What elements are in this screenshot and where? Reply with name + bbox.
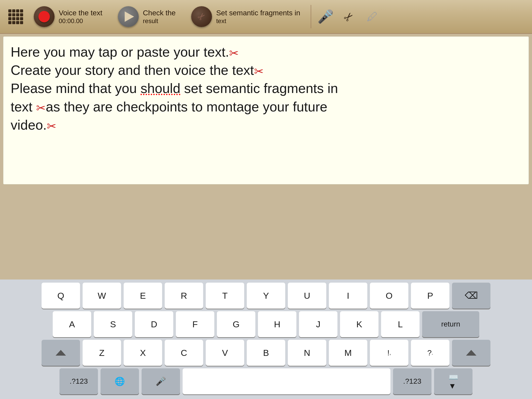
scissors-marker-3: ✂	[36, 101, 46, 114]
check-result-label: Check the result	[143, 9, 176, 25]
key-u[interactable]: U	[288, 283, 326, 309]
text-editor-area[interactable]: Here you may tap or paste your text.✂ Cr…	[3, 36, 529, 184]
shift-right-icon	[466, 350, 476, 356]
keyboard-row-3: Z X C V B N M !, ?.	[2, 340, 530, 366]
toolbar-divider	[311, 5, 311, 28]
key-microphone[interactable]: 🎤	[142, 368, 180, 394]
key-e[interactable]: E	[124, 283, 162, 309]
keyboard-mic-icon: 🎤	[156, 376, 166, 386]
record-icon	[38, 11, 50, 22]
key-return[interactable]: return	[422, 311, 479, 337]
key-p[interactable]: P	[411, 283, 449, 309]
key-f[interactable]: F	[176, 311, 214, 337]
scissors-icon-circle: ✂	[191, 6, 212, 27]
key-numbers-left[interactable]: .?123	[59, 368, 98, 394]
key-shift-left[interactable]	[42, 340, 80, 366]
play-icon-circle	[118, 6, 139, 27]
text-line-5: video.	[11, 117, 47, 132]
text-content: Here you may tap or paste your text.✂ Cr…	[11, 43, 521, 134]
key-k[interactable]: K	[340, 311, 378, 337]
return-label: return	[441, 320, 460, 328]
semantic-subtitle: text	[216, 17, 300, 25]
key-v[interactable]: V	[206, 340, 244, 366]
grid-menu-button[interactable]	[5, 6, 26, 27]
check-result-button[interactable]: Check the result	[110, 4, 183, 30]
scissors-marker-1: ✂	[229, 47, 239, 59]
microphone-icon: 🎤	[317, 9, 334, 24]
key-n[interactable]: N	[288, 340, 326, 366]
numbers-left-label: .?123	[70, 377, 88, 385]
key-o[interactable]: O	[370, 283, 408, 309]
voice-text-label: Voice the text 00:00.00	[59, 9, 102, 25]
shift-left-icon	[56, 350, 66, 356]
grid-icon	[8, 9, 23, 24]
key-h[interactable]: H	[258, 311, 296, 337]
semantic-fragments-button[interactable]: ✂ Set semantic fragments in text	[183, 4, 308, 30]
key-space[interactable]	[183, 368, 390, 394]
semantic-label: Set semantic fragments in text	[216, 9, 300, 25]
microphone-button[interactable]: 🎤	[314, 5, 337, 28]
pen-button[interactable]: 🖊	[361, 5, 384, 28]
text-line-1: Here you may tap or paste your text.	[11, 44, 229, 59]
key-s[interactable]: S	[94, 311, 132, 337]
key-t[interactable]: T	[206, 283, 244, 309]
text-line-3a: Please mind that you should set semantic…	[11, 81, 338, 96]
key-w[interactable]: W	[83, 283, 121, 309]
key-i[interactable]: I	[329, 283, 367, 309]
key-y[interactable]: Y	[247, 283, 285, 309]
text-line-4b: as they are checkpoints to montage your …	[46, 99, 327, 114]
key-q[interactable]: Q	[42, 283, 80, 309]
key-c[interactable]: C	[165, 340, 203, 366]
scissors-marker-2: ✂	[254, 65, 264, 78]
key-z[interactable]: Z	[83, 340, 121, 366]
key-b[interactable]: B	[247, 340, 285, 366]
check-result-subtitle: result	[143, 17, 176, 25]
text-should: should	[141, 81, 180, 96]
key-question[interactable]: ?.	[411, 340, 449, 366]
scissors-button[interactable]: ✂	[337, 5, 361, 28]
key-backspace[interactable]: ⌫	[452, 283, 490, 309]
key-keyboard-dismiss[interactable]: ⌨️▼	[434, 368, 473, 394]
key-g[interactable]: G	[217, 311, 255, 337]
keyboard: Q W E R T Y U I O P ⌫ A S D F G H J K L …	[0, 280, 532, 399]
toolbar: Voice the text 00:00.00 Check the result…	[0, 0, 532, 34]
scissors-toolbar-icon: ✂	[341, 9, 357, 25]
voice-text-timer: 00:00.00	[59, 17, 102, 25]
text-line-4a: text	[11, 99, 36, 114]
backspace-icon: ⌫	[465, 290, 478, 301]
numbers-right-label: .?123	[403, 377, 421, 385]
voice-text-button[interactable]: Voice the text 00:00.00	[26, 4, 110, 30]
globe-icon: 🌐	[115, 376, 125, 386]
key-j[interactable]: J	[299, 311, 337, 337]
key-shift-right[interactable]	[452, 340, 490, 366]
key-d[interactable]: D	[135, 311, 173, 337]
key-x[interactable]: X	[124, 340, 162, 366]
key-m[interactable]: M	[329, 340, 367, 366]
key-exclamation[interactable]: !,	[370, 340, 408, 366]
pen-icon: 🖊	[367, 10, 378, 23]
semantic-title: Set semantic fragments in	[216, 9, 300, 17]
text-line-2: Create your story and then voice the tex…	[11, 63, 254, 78]
key-r[interactable]: R	[165, 283, 203, 309]
key-a[interactable]: A	[53, 311, 91, 337]
key-numbers-right[interactable]: .?123	[393, 368, 431, 394]
scissors-marker-4: ✂	[47, 119, 56, 132]
check-result-title: Check the	[143, 9, 176, 17]
key-globe[interactable]: 🌐	[101, 368, 139, 394]
play-icon	[125, 11, 134, 22]
keyboard-row-2: A S D F G H J K L return	[2, 311, 530, 337]
keyboard-row-4: .?123 🌐 🎤 .?123 ⌨️▼	[2, 368, 530, 394]
keyboard-row-1: Q W E R T Y U I O P ⌫	[2, 283, 530, 309]
keyboard-dismiss-icon: ⌨️▼	[449, 373, 458, 390]
record-icon-circle	[34, 6, 55, 27]
key-l[interactable]: L	[381, 311, 420, 337]
scissors-icon: ✂	[195, 10, 208, 23]
voice-text-title: Voice the text	[59, 9, 102, 17]
